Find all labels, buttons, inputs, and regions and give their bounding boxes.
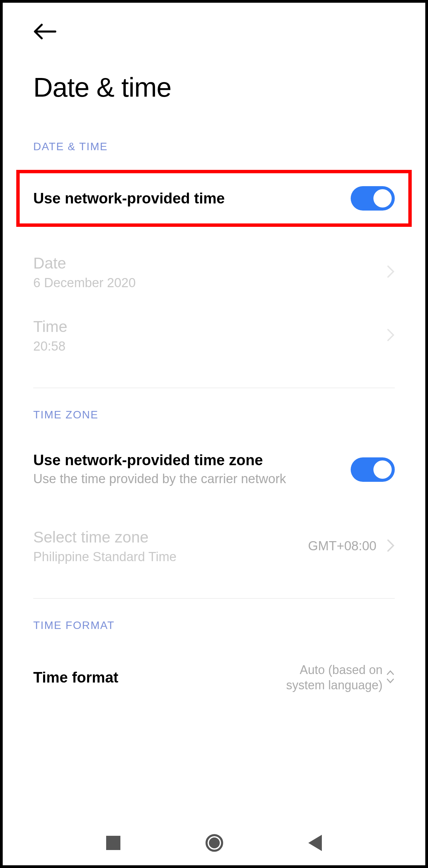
date-value: 6 December 2020 (33, 276, 380, 290)
time-value: 20:58 (33, 339, 380, 354)
navigation-bar (3, 834, 425, 852)
chevron-right-icon (387, 265, 395, 280)
chevron-right-icon (387, 328, 395, 343)
network-timezone-label: Use network-provided time zone (33, 452, 351, 469)
section-header-datetime: DATE & TIME (33, 140, 395, 153)
back-nav-button[interactable] (308, 835, 322, 851)
time-format-value: Auto (based on system language) (267, 662, 383, 693)
time-row: Time 20:58 (33, 304, 395, 367)
network-time-row[interactable]: Use network-provided time (16, 170, 412, 227)
select-timezone-label: Select time zone (33, 528, 308, 546)
time-label: Time (33, 317, 380, 336)
network-timezone-toggle[interactable] (351, 457, 395, 482)
toggle-knob (373, 189, 392, 208)
date-label: Date (33, 254, 380, 272)
back-button[interactable] (33, 23, 395, 41)
recents-button[interactable] (106, 836, 120, 850)
page-title: Date & time (33, 72, 395, 103)
home-button[interactable] (206, 834, 223, 852)
select-timezone-row: Select time zone Philippine Standard Tim… (33, 514, 395, 578)
divider (33, 388, 395, 388)
time-format-row[interactable]: Time format Auto (based on system langua… (33, 649, 395, 706)
section-header-format: TIME FORMAT (33, 619, 395, 632)
back-arrow-icon (33, 23, 57, 40)
select-timezone-desc: Philippine Standard Time (33, 550, 308, 564)
toggle-knob (373, 460, 392, 479)
date-row: Date 6 December 2020 (33, 240, 395, 304)
network-timezone-row[interactable]: Use network-provided time zone Use the t… (33, 438, 395, 501)
select-timezone-value: GMT+08:00 (308, 539, 376, 553)
divider (33, 598, 395, 599)
time-format-label: Time format (33, 669, 118, 686)
network-time-label: Use network-provided time (33, 190, 225, 207)
updown-icon (386, 669, 395, 686)
network-time-toggle[interactable] (351, 186, 395, 211)
network-timezone-desc: Use the time provided by the carrier net… (33, 471, 351, 487)
chevron-right-icon (387, 539, 395, 554)
section-header-timezone: TIME ZONE (33, 409, 395, 421)
